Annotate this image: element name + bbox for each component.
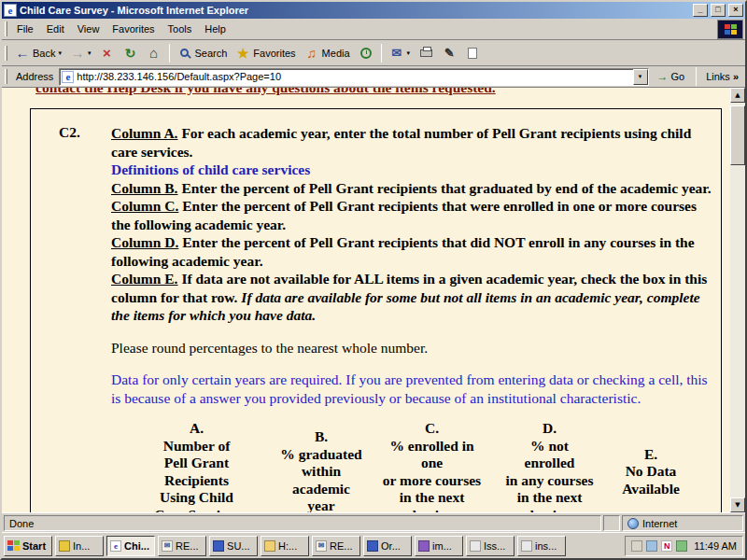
task-button-re-mail[interactable]: ✉ RE... <box>158 536 206 556</box>
document-task-icon <box>521 540 532 552</box>
address-input[interactable] <box>74 71 632 82</box>
history-clock-icon <box>359 46 374 61</box>
scroll-up-button[interactable]: ▲ <box>730 88 745 103</box>
image-task-icon <box>418 540 430 552</box>
task-icon <box>59 540 70 552</box>
volume-icon[interactable] <box>631 540 642 552</box>
task-button-re-mail-2[interactable]: ✉ RE... <box>312 536 360 556</box>
forward-dropdown-icon[interactable]: ▾ <box>88 49 92 57</box>
edit-pencil-icon: ✎ <box>442 46 457 61</box>
task-button-child-care-survey[interactable]: e Chi... <box>106 536 155 556</box>
back-dropdown-icon[interactable]: ▾ <box>58 49 62 57</box>
required-years-note: Data for only certain years are required… <box>111 371 712 407</box>
start-label: Start <box>22 540 46 552</box>
refresh-button[interactable]: ↻ <box>120 42 142 64</box>
document-task-icon <box>367 540 378 552</box>
search-label: Search <box>195 48 228 59</box>
print-icon <box>418 46 433 61</box>
mail-button[interactable]: ✉ ▾ <box>386 42 415 64</box>
menu-help[interactable]: Help <box>198 21 233 37</box>
scroll-down-button[interactable]: ▼ <box>730 497 745 512</box>
notes-icon[interactable]: N <box>661 540 672 552</box>
task-label: SU... <box>227 540 249 552</box>
mail-task-icon: ✉ <box>316 540 327 552</box>
go-arrow-icon: → <box>657 70 669 83</box>
task-button-image[interactable]: im... <box>415 536 463 556</box>
links-label: Links <box>706 71 730 82</box>
column-b-text: Enter the percent of Pell Grant recipien… <box>178 180 712 196</box>
back-button[interactable]: ← Back ▾ <box>11 42 65 64</box>
ie-task-icon: e <box>110 540 121 552</box>
discuss-button[interactable] <box>461 42 484 64</box>
favorites-button[interactable]: ★ Favorites <box>232 42 299 64</box>
history-button[interactable] <box>355 42 377 64</box>
column-d-text: Enter the percent of Pell Grant recipien… <box>111 234 695 269</box>
network-icon[interactable] <box>676 540 687 552</box>
titlebar[interactable]: e Child Care Survey - Microsoft Internet… <box>2 2 745 19</box>
column-header-c: C. % enrolled in one or more courses in … <box>374 420 490 512</box>
column-c-label: Column C. <box>111 198 178 214</box>
back-label: Back <box>33 48 55 59</box>
toolbar-separator <box>696 67 697 86</box>
question-c2: C2. Column A. For each academic year, en… <box>59 124 712 407</box>
menu-edit[interactable]: Edit <box>40 21 71 37</box>
go-button[interactable]: → Go <box>653 68 690 85</box>
status-text: Done <box>9 518 34 529</box>
mail-dropdown-icon[interactable]: ▾ <box>407 49 411 57</box>
task-button-inbox[interactable]: In... <box>55 536 104 556</box>
go-label: Go <box>671 71 685 82</box>
toolbar-grip[interactable] <box>5 69 7 84</box>
edit-button[interactable]: ✎ <box>438 42 460 64</box>
rounding-note: Please round percentages to the nearest … <box>111 339 712 357</box>
task-button-iss[interactable]: Iss... <box>466 536 514 556</box>
print-button[interactable] <box>415 42 437 64</box>
home-button[interactable]: ⌂ <box>143 42 165 64</box>
windows-flag-icon <box>725 24 737 35</box>
column-b-instructions: Column B. Enter the percent of Pell Gran… <box>111 179 712 198</box>
media-button[interactable]: ♫ Media <box>301 42 354 64</box>
task-button-h-drive[interactable]: H:... <box>261 536 309 556</box>
menubar: File Edit View Favorites Tools Help <box>2 19 745 40</box>
links-toolbar[interactable]: Links » <box>703 71 741 82</box>
column-d-label: Column D. <box>111 234 178 250</box>
favorites-label: Favorites <box>253 48 295 59</box>
definitions-link[interactable]: Definitions of child care services <box>111 161 712 179</box>
display-icon[interactable] <box>646 540 657 552</box>
zone-label: Internet <box>642 518 677 529</box>
address-dropdown-icon[interactable]: ▼ <box>633 69 648 85</box>
scrollbar-thumb[interactable] <box>730 105 745 165</box>
clock[interactable]: 11:49 AM <box>691 540 737 552</box>
column-b-label: Column B. <box>111 180 178 196</box>
menu-view[interactable]: View <box>71 21 106 37</box>
discuss-page-icon <box>465 46 480 61</box>
minimize-button[interactable]: _ <box>693 4 708 17</box>
column-c-text: Enter the percent of Pell Grant recipien… <box>111 198 697 232</box>
toolbar-grip[interactable] <box>5 21 7 36</box>
question-body: Column A. For each academic year, enter … <box>111 124 712 407</box>
menu-tools[interactable]: Tools <box>162 21 199 37</box>
address-label: Address <box>14 71 55 82</box>
column-a-label: Column A. <box>111 125 178 141</box>
search-button[interactable]: Search <box>174 42 232 64</box>
task-button-ins[interactable]: ins... <box>517 536 566 556</box>
links-chevron-icon[interactable]: » <box>733 71 739 82</box>
vertical-scrollbar[interactable]: ▲ ▼ <box>730 88 745 512</box>
toolbar-grip[interactable] <box>5 46 7 61</box>
taskbar: Start In... e Chi... ✉ RE... SU... H:...… <box>2 532 745 558</box>
toolbar-separator <box>169 44 170 63</box>
forward-icon: → <box>70 46 85 61</box>
forward-button[interactable]: → ▾ <box>66 42 95 64</box>
task-button-or-document[interactable]: Or... <box>363 536 412 556</box>
menu-favorites[interactable]: Favorites <box>106 21 161 37</box>
close-button[interactable]: × <box>728 4 743 17</box>
column-c-instructions: Column C. Enter the percent of Pell Gran… <box>111 197 712 233</box>
stop-button[interactable]: × <box>96 42 119 64</box>
start-button[interactable]: Start <box>4 536 52 556</box>
status-spacer-panel <box>603 515 620 531</box>
task-button-su-document[interactable]: SU... <box>209 536 258 556</box>
document-task-icon <box>470 540 481 552</box>
column-d-instructions: Column D. Enter the percent of Pell Gran… <box>111 233 712 270</box>
maximize-button[interactable]: □ <box>711 4 726 17</box>
ie-app-icon[interactable]: e <box>4 4 17 17</box>
menu-file[interactable]: File <box>10 21 40 37</box>
